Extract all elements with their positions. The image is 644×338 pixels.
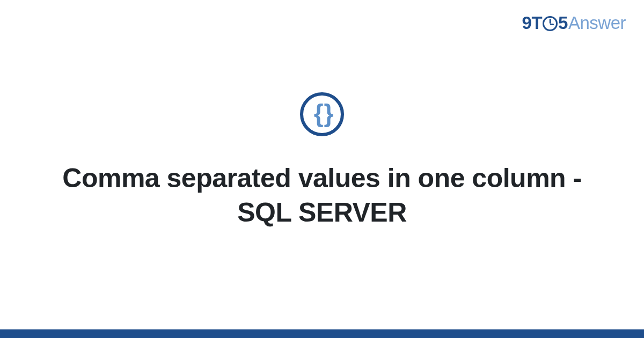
page-title: Comma separated values in one column - S… xyxy=(54,161,590,230)
footer-accent-bar xyxy=(0,329,644,338)
code-braces-icon: { } xyxy=(300,92,344,136)
main-content: { } Comma separated values in one column… xyxy=(0,0,644,338)
braces-glyph: { } xyxy=(314,101,331,126)
